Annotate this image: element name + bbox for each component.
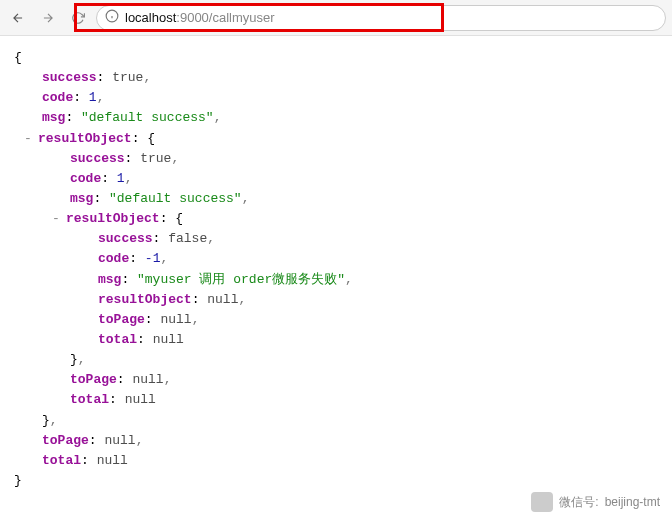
url-path: /callmyuser (209, 10, 275, 25)
reload-button[interactable] (66, 6, 90, 30)
collapse-icon[interactable]: - (52, 209, 66, 229)
back-button[interactable] (6, 6, 30, 30)
url-host: localhost (125, 10, 176, 25)
collapse-icon[interactable]: - (24, 129, 38, 149)
watermark: 微信号: beijing-tmt (531, 492, 660, 512)
url-input[interactable]: localhost:9000/callmyuser (96, 5, 666, 31)
wechat-icon (531, 492, 553, 512)
watermark-label: 微信号: (559, 494, 598, 511)
url-port: :9000 (176, 10, 209, 25)
watermark-value: beijing-tmt (605, 495, 660, 509)
forward-button[interactable] (36, 6, 60, 30)
info-icon (105, 9, 119, 26)
url-text: localhost:9000/callmyuser (125, 10, 275, 25)
json-viewer: { success: true, code: 1, msg: "default … (0, 36, 672, 503)
address-bar: localhost:9000/callmyuser (0, 0, 672, 36)
